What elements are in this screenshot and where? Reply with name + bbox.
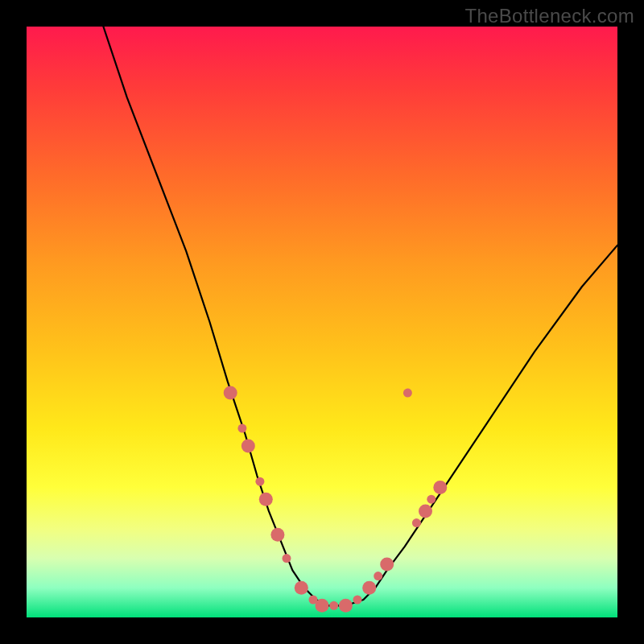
curve-markers-big <box>224 386 448 613</box>
curve-marker <box>362 581 376 595</box>
curve-marker <box>237 424 246 433</box>
curve-marker <box>224 386 237 400</box>
chart-svg <box>27 27 617 617</box>
curve-marker <box>412 518 421 527</box>
curve-markers-small <box>226 389 445 610</box>
curve-marker <box>259 493 273 506</box>
curve-marker <box>374 572 382 580</box>
curve-marker <box>427 495 436 504</box>
curve-marker <box>403 389 412 398</box>
curve-marker <box>329 601 338 610</box>
chart-plot-area <box>27 27 617 617</box>
curve-marker <box>433 481 447 494</box>
curve-marker <box>295 581 308 595</box>
curve-marker <box>255 477 264 486</box>
outer-frame: TheBottleneck.com <box>0 0 644 644</box>
curve-marker <box>316 599 329 613</box>
curve-marker <box>283 554 291 563</box>
bottleneck-curve <box>103 27 617 605</box>
curve-marker <box>419 504 432 518</box>
curve-marker <box>380 557 394 571</box>
curve-marker <box>242 440 255 453</box>
curve-marker <box>353 596 362 605</box>
curve-marker <box>270 528 284 542</box>
curve-marker <box>339 599 353 613</box>
watermark-text: TheBottleneck.com <box>464 5 634 27</box>
